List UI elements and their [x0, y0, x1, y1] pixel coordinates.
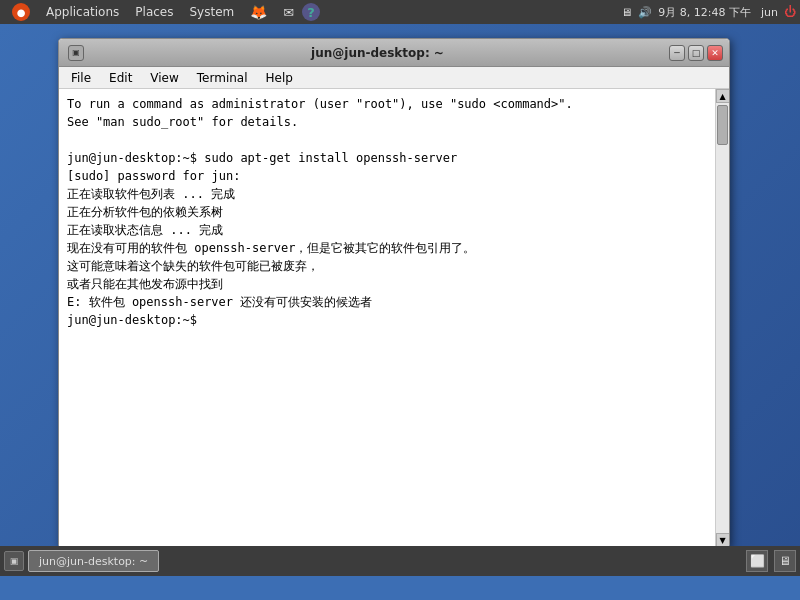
win-controls: ─ □ ✕	[666, 45, 723, 61]
top-panel-left: ● Applications Places System 🦊 ✉ ?	[4, 1, 320, 23]
close-button[interactable]: ✕	[707, 45, 723, 61]
terminal-menubar: File Edit View Terminal Help	[59, 67, 729, 89]
terminal-titlebar: ▣ jun@jun-desktop: ~ ─ □ ✕	[59, 39, 729, 67]
terminal-scrollbar[interactable]: ▲ ▼	[715, 89, 729, 547]
scroll-up-button[interactable]: ▲	[716, 89, 730, 103]
ubuntu-logo-icon: ●	[12, 3, 30, 21]
maximize-button[interactable]: □	[688, 45, 704, 61]
firefox-icon[interactable]: 🦊	[242, 2, 275, 22]
taskbar-terminal-task[interactable]: jun@jun-desktop: ~	[28, 550, 159, 572]
scroll-down-button[interactable]: ▼	[716, 533, 730, 547]
menu-edit[interactable]: Edit	[101, 69, 140, 87]
ubuntu-logo-button[interactable]: ●	[4, 1, 38, 23]
taskbar-right-btn2[interactable]: 🖥	[774, 550, 796, 572]
desktop: ▣ jun@jun-desktop: ~ ─ □ ✕ File Edit Vie…	[0, 24, 800, 576]
taskbar-left: ▣	[4, 551, 24, 571]
mail-icon[interactable]: ✉	[275, 3, 302, 22]
menu-terminal[interactable]: Terminal	[189, 69, 256, 87]
terminal-title: jun@jun-desktop: ~	[89, 46, 666, 60]
minimize-button[interactable]: ─	[669, 45, 685, 61]
taskbar-right-btn1[interactable]: ⬜	[746, 550, 768, 572]
applications-menu[interactable]: Applications	[38, 3, 127, 21]
taskbar-right: ⬜ 🖥	[746, 550, 796, 572]
menu-view[interactable]: View	[142, 69, 186, 87]
terminal-body: To run a command as administrator (user …	[59, 89, 729, 547]
datetime-display: 9月 8, 12:48 下午	[658, 5, 751, 20]
volume-icon: 🔊	[638, 6, 652, 19]
network-icon: 🖥	[621, 6, 632, 19]
menu-file[interactable]: File	[63, 69, 99, 87]
scroll-thumb[interactable]	[717, 105, 728, 145]
help-icon[interactable]: ?	[302, 3, 320, 21]
bottom-panel: ▣ jun@jun-desktop: ~ ⬜ 🖥	[0, 546, 800, 576]
scroll-track[interactable]	[716, 103, 729, 533]
menu-help[interactable]: Help	[258, 69, 301, 87]
user-display: jun	[761, 6, 778, 19]
system-menu[interactable]: System	[181, 3, 242, 21]
terminal-window: ▣ jun@jun-desktop: ~ ─ □ ✕ File Edit Vie…	[58, 38, 730, 548]
top-panel-right: 🖥 🔊 9月 8, 12:48 下午 jun ⏻	[621, 5, 796, 20]
power-icon: ⏻	[784, 5, 796, 19]
win-controls-left: ▣	[65, 45, 89, 61]
terminal-content[interactable]: To run a command as administrator (user …	[59, 89, 715, 547]
places-menu[interactable]: Places	[127, 3, 181, 21]
top-panel: ● Applications Places System 🦊 ✉ ? 🖥 🔊 9…	[0, 0, 800, 24]
terminal-icon-small: ▣	[68, 45, 84, 61]
taskbar-show-desktop[interactable]: ▣	[4, 551, 24, 571]
